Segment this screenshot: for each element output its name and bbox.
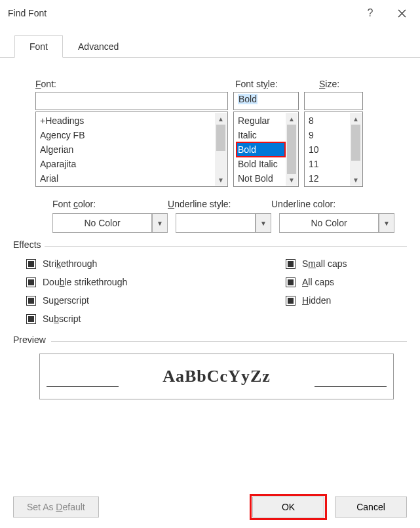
list-item[interactable]: Aparajita <box>39 157 214 171</box>
scroll-down-icon[interactable]: ▼ <box>286 174 297 186</box>
tab-strip: Font Advanced <box>14 35 420 58</box>
list-item[interactable]: Regular <box>237 113 285 128</box>
font-listbox[interactable]: +Headings Agency FB Algerian Aparajita A… <box>35 112 228 187</box>
label-font-style: Font style: <box>235 79 319 89</box>
set-as-default-button[interactable]: Set As Default <box>13 497 99 518</box>
checkbox-doublestrikethrough[interactable]: Double strikethrough <box>26 277 286 287</box>
preview-text: AaBbCcYyZz <box>162 367 271 386</box>
list-item-selected[interactable]: Bold <box>237 142 285 157</box>
checkbox-box[interactable] <box>286 296 296 306</box>
underline-color-dropdown[interactable]: No Color <box>279 213 379 233</box>
checkbox-box[interactable] <box>26 314 36 324</box>
label-underline-style: Underline style: <box>168 199 271 209</box>
label-underline-color: Underline color: <box>271 199 394 209</box>
scrollbar[interactable]: ▲ ▼ <box>215 113 227 186</box>
scroll-down-icon[interactable]: ▼ <box>350 174 362 186</box>
list-item[interactable]: 9 <box>307 128 349 142</box>
checkbox-hidden[interactable]: Hidden <box>286 295 347 306</box>
label-font-color: Font color: <box>52 199 168 209</box>
list-item[interactable]: 10 <box>307 142 349 157</box>
tab-font[interactable]: Font <box>14 35 63 58</box>
checkbox-strikethrough[interactable]: Strikethrough <box>26 258 286 269</box>
scroll-down-icon[interactable]: ▼ <box>215 174 227 186</box>
checkbox-label: All caps <box>302 277 334 287</box>
checkbox-box[interactable] <box>26 296 36 306</box>
scroll-up-icon[interactable]: ▲ <box>350 113 362 125</box>
size-input[interactable] <box>304 92 363 110</box>
scrollbar[interactable]: ▲ ▼ <box>286 113 297 186</box>
preview-legend: Preview <box>13 335 48 345</box>
cancel-button[interactable]: Cancel <box>335 497 407 518</box>
checkbox-box[interactable] <box>286 277 296 287</box>
checkbox-box[interactable] <box>26 259 36 269</box>
checkbox-label: Small caps <box>302 258 347 269</box>
list-item[interactable]: +Headings <box>39 113 214 128</box>
list-item[interactable]: 8 <box>307 113 349 128</box>
checkbox-smallcaps[interactable]: Small caps <box>286 258 347 269</box>
chevron-down-icon[interactable]: ▼ <box>152 213 168 233</box>
font-color-dropdown[interactable]: No Color <box>52 213 152 233</box>
checkbox-label: Hidden <box>302 295 331 306</box>
preview-box: AaBbCcYyZz <box>39 354 394 399</box>
font-input[interactable] <box>35 92 228 110</box>
ok-button[interactable]: OK <box>252 497 324 518</box>
checkbox-superscript[interactable]: Superscript <box>26 295 286 306</box>
checkbox-box[interactable] <box>26 277 36 287</box>
chevron-down-icon[interactable]: ▼ <box>256 213 271 233</box>
scroll-up-icon[interactable]: ▲ <box>286 113 297 125</box>
tab-advanced[interactable]: Advanced <box>63 35 134 58</box>
list-item[interactable]: Italic <box>237 128 285 142</box>
list-item[interactable]: Arial <box>39 171 214 186</box>
scroll-up-icon[interactable]: ▲ <box>215 113 227 125</box>
scrollbar[interactable]: ▲ ▼ <box>350 113 362 186</box>
checkbox-subscript[interactable]: Subscript <box>26 314 286 324</box>
window-title: Find Font <box>8 8 357 18</box>
effects-legend: Effects <box>13 239 44 250</box>
checkbox-box[interactable] <box>286 259 296 269</box>
checkbox-label: Superscript <box>43 295 89 306</box>
list-item[interactable]: Algerian <box>39 142 214 157</box>
label-size: Size: <box>319 79 339 89</box>
list-item[interactable]: 11 <box>307 157 349 171</box>
checkbox-label: Strikethrough <box>43 258 97 269</box>
checkbox-allcaps[interactable]: All caps <box>286 277 347 287</box>
scroll-thumb[interactable] <box>216 125 225 151</box>
size-listbox[interactable]: 8 9 10 11 12 ▲ ▼ <box>304 112 363 187</box>
underline-style-dropdown[interactable] <box>176 213 256 233</box>
close-icon[interactable] <box>389 3 415 24</box>
font-style-listbox[interactable]: Regular Italic Bold Bold Italic Not Bold… <box>233 112 299 187</box>
checkbox-label: Subscript <box>43 314 81 324</box>
list-item[interactable]: Agency FB <box>39 128 214 142</box>
help-icon[interactable]: ? <box>357 3 383 24</box>
scroll-thumb[interactable] <box>351 125 360 161</box>
label-font: Font: <box>35 79 235 89</box>
list-item[interactable]: Not Bold <box>237 171 285 186</box>
list-item[interactable]: Bold Italic <box>237 157 285 171</box>
checkbox-label: Double strikethrough <box>43 277 127 287</box>
scroll-thumb[interactable] <box>287 125 296 174</box>
title-bar: Find Font ? <box>0 0 420 26</box>
chevron-down-icon[interactable]: ▼ <box>379 213 394 233</box>
font-style-input[interactable]: Bold <box>233 92 299 110</box>
list-item[interactable]: 12 <box>307 171 349 186</box>
